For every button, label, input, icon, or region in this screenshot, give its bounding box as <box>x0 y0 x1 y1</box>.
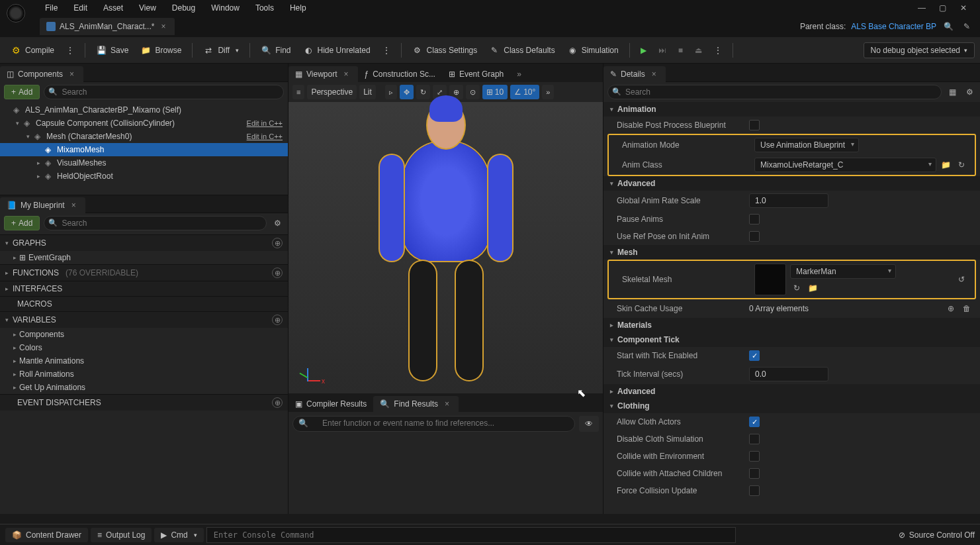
disable-post-process-checkbox[interactable] <box>749 120 760 130</box>
grid-snap-button[interactable]: ⊞10 <box>482 85 508 99</box>
category-component-tick[interactable]: ▾Component Tick <box>603 332 980 347</box>
viewport-menu[interactable]: ≡ <box>292 85 304 99</box>
tree-row[interactable]: ◈MixamoMesh <box>0 143 288 156</box>
simulation-button[interactable]: ◉Simulation <box>562 41 624 60</box>
use-ref-pose-checkbox[interactable] <box>749 231 760 242</box>
minimize-icon[interactable]: — <box>918 3 927 13</box>
allow-cloth-checkbox[interactable] <box>749 417 760 427</box>
surface-snap[interactable]: ⊙ <box>466 85 480 99</box>
search-parent-icon[interactable]: 🔍 <box>942 20 955 33</box>
event-graph-item[interactable]: ▸⊞EventGraph <box>0 251 288 264</box>
file-tab[interactable]: ALS_AnimMan_Charact...* × <box>40 18 175 35</box>
debug-object-select[interactable]: No debug object selected▾ <box>864 42 975 58</box>
menu-debug[interactable]: Debug <box>164 3 203 13</box>
section-functions[interactable]: ▸FUNCTIONS(76 OVERRIDABLE)⊕ <box>0 264 288 281</box>
category-animation[interactable]: ▾Animation <box>603 102 980 117</box>
variable-category[interactable]: ▸Colors <box>0 341 288 354</box>
tree-row[interactable]: ▾◈Capsule Component (CollisionCylinder)E… <box>0 117 288 130</box>
browse-asset-icon[interactable]: 📁 <box>806 281 819 295</box>
gear-icon[interactable]: ⚙ <box>963 85 976 99</box>
start-tick-checkbox[interactable] <box>749 350 760 361</box>
global-rate-input[interactable] <box>749 193 828 208</box>
add-icon[interactable]: ⊕ <box>272 315 283 325</box>
category-advanced[interactable]: ▾Advanced <box>603 176 980 191</box>
diff-button[interactable]: ⇄Diff▾ <box>198 41 244 60</box>
tab-compiler-results[interactable]: ▣Compiler Results <box>289 396 373 412</box>
menu-file[interactable]: File <box>37 3 66 13</box>
viewport-3d[interactable]: x <box>289 102 603 393</box>
perspective-button[interactable]: Perspective <box>307 85 357 99</box>
collide-env-checkbox[interactable] <box>749 451 760 462</box>
add-icon[interactable]: ⊕ <box>272 238 283 248</box>
class-defaults-button[interactable]: ✎Class Defaults <box>484 41 560 60</box>
close-tab-icon[interactable]: × <box>69 201 79 210</box>
skip-button[interactable]: ⏭ <box>653 41 672 60</box>
gear-icon[interactable]: ⚙ <box>271 217 284 230</box>
close-icon[interactable]: ✕ <box>960 3 969 13</box>
section-interfaces[interactable]: ▸INTERFACES <box>0 281 288 296</box>
blueprint-search-input[interactable] <box>44 216 267 230</box>
section-event-dispatchers[interactable]: EVENT DISPATCHERS⊕ <box>0 394 288 411</box>
menu-tools[interactable]: Tools <box>247 3 282 13</box>
variable-category[interactable]: ▸Mantle Animations <box>0 354 288 368</box>
tab-components[interactable]: ◫ Components × <box>0 66 83 82</box>
skeletal-mesh-select[interactable]: MarkerMan <box>790 264 896 279</box>
tree-row[interactable]: ▸◈HeldObjectRoot <box>0 170 288 183</box>
variable-category[interactable]: ▸Roll Animations <box>0 368 288 381</box>
collide-children-checkbox[interactable] <box>749 468 760 479</box>
anim-class-select[interactable]: MixamoLiveRetarget_C <box>754 158 936 172</box>
use-asset-icon[interactable]: ↻ <box>790 281 803 295</box>
source-control-button[interactable]: ⊘Source Control Off <box>899 530 975 540</box>
category-mesh[interactable]: ▾Mesh <box>603 245 980 260</box>
close-tab-icon[interactable]: × <box>341 70 351 79</box>
menu-view[interactable]: View <box>131 3 164 13</box>
parent-class-link[interactable]: ALS Base Character BP <box>851 22 936 31</box>
edit-cpp-link[interactable]: Edit in C++ <box>247 132 283 140</box>
menu-asset[interactable]: Asset <box>95 3 131 13</box>
edit-parent-icon[interactable]: ✎ <box>960 20 973 33</box>
add-icon[interactable]: ⊕ <box>272 268 283 278</box>
close-tab-icon[interactable]: × <box>442 399 452 409</box>
eject-button[interactable]: ⏏ <box>690 41 707 60</box>
menu-edit[interactable]: Edit <box>66 3 95 13</box>
content-drawer-button[interactable]: 📦Content Drawer <box>5 528 88 542</box>
tab-event-graph[interactable]: ⊞Event Graph <box>442 66 510 82</box>
tick-interval-input[interactable] <box>749 367 828 381</box>
tab-construction-script[interactable]: ƒConstruction Sc... <box>358 66 442 82</box>
add-element-icon[interactable]: ⊕ <box>944 302 958 315</box>
play-button[interactable]: ▶ <box>635 41 652 60</box>
tree-row[interactable]: ▾◈Mesh (CharacterMesh0)Edit in C++ <box>0 130 288 143</box>
close-tab-icon[interactable]: × <box>158 22 168 31</box>
angle-snap-button[interactable]: ∠10° <box>510 85 539 99</box>
toolbar-overflow[interactable]: » <box>542 85 554 99</box>
stop-button[interactable]: ■ <box>673 41 688 60</box>
variable-category[interactable]: ▸Get Up Animations <box>0 381 288 394</box>
section-variables[interactable]: ▾VARIABLES⊕ <box>0 311 288 328</box>
save-button[interactable]: 💾Save <box>91 41 134 60</box>
section-macros[interactable]: MACROS <box>0 296 288 311</box>
compile-dropdown[interactable]: ⋮ <box>61 41 79 60</box>
class-settings-button[interactable]: ⚙Class Settings <box>407 41 483 60</box>
tab-viewport[interactable]: ▦Viewport× <box>289 66 358 82</box>
browse-button[interactable]: 📁Browse <box>135 41 187 60</box>
output-log-button[interactable]: ≡Output Log <box>91 528 152 542</box>
disable-cloth-checkbox[interactable] <box>749 434 760 444</box>
pause-anims-checkbox[interactable] <box>749 214 760 224</box>
console-command-input[interactable] <box>206 527 736 543</box>
tree-row[interactable]: ◈ALS_AnimMan_CharacterBP_Mixamo (Self) <box>0 103 288 117</box>
asset-thumbnail[interactable] <box>754 264 786 295</box>
add-icon[interactable]: ⊕ <box>272 397 283 408</box>
details-search-input[interactable] <box>607 85 942 99</box>
hide-unrelated-dropdown[interactable]: ⋮ <box>377 41 396 60</box>
tree-row[interactable]: ▸◈VisualMeshes <box>0 156 288 170</box>
animation-mode-select[interactable]: Use Animation Blueprint <box>754 138 859 152</box>
variable-category[interactable]: ▸Components <box>0 328 288 341</box>
category-materials[interactable]: ▸Materials <box>603 318 980 332</box>
section-graphs[interactable]: ▾GRAPHS⊕ <box>0 234 288 251</box>
browse-asset-icon[interactable]: 📁 <box>939 158 952 172</box>
menu-window[interactable]: Window <box>203 3 247 13</box>
close-tab-icon[interactable]: × <box>67 70 77 79</box>
components-search-input[interactable] <box>44 85 284 99</box>
add-blueprint-button[interactable]: +Add <box>4 216 40 230</box>
clear-array-icon[interactable]: 🗑 <box>960 302 973 315</box>
